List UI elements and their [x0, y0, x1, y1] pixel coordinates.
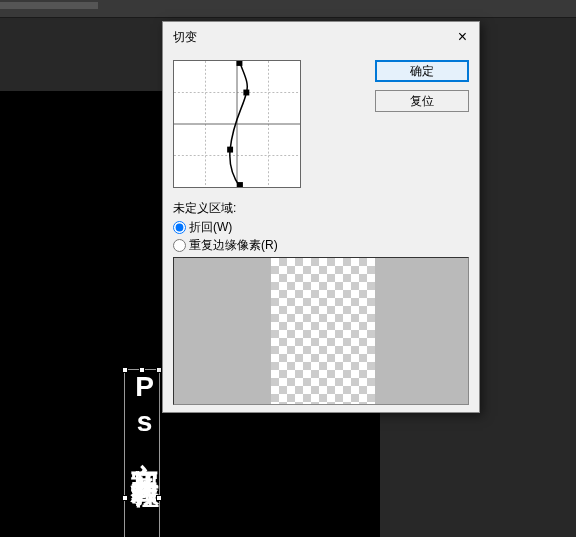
close-icon[interactable]: × — [456, 28, 469, 46]
radio-wrap-input[interactable] — [173, 221, 186, 234]
transform-handle[interactable] — [122, 367, 128, 373]
radio-wrap[interactable]: 折回(W) — [173, 219, 278, 236]
radio-repeat[interactable]: 重复边缘像素(R) — [173, 237, 278, 254]
app-top-bar — [0, 0, 576, 18]
curve-handle[interactable] — [237, 182, 243, 187]
dialog-title: 切变 — [173, 29, 197, 46]
radio-repeat-label: 重复边缘像素(R) — [189, 237, 278, 254]
dialog-buttons: 确定 复位 — [375, 60, 469, 112]
radio-repeat-input[interactable] — [173, 239, 186, 252]
curve-handle[interactable] — [227, 147, 233, 153]
transform-handle[interactable] — [156, 495, 162, 501]
reset-button[interactable]: 复位 — [375, 90, 469, 112]
preview-panel — [173, 257, 469, 405]
shear-grid-svg — [174, 61, 300, 187]
transform-handle[interactable] — [122, 495, 128, 501]
ok-button[interactable]: 确定 — [375, 60, 469, 82]
curve-handle[interactable] — [237, 61, 243, 66]
top-bar-segment — [0, 2, 98, 9]
group-label: 未定义区域: — [173, 200, 278, 217]
radio-wrap-label: 折回(W) — [189, 219, 232, 236]
vertical-text-layer: Ps文字扭曲教程 — [130, 371, 158, 465]
shear-dialog: 切变 × 未定义区域: 折回(W) 重复边缘像素(R) 确定 — [162, 21, 480, 413]
curve-handle[interactable] — [243, 90, 249, 96]
dialog-title-bar[interactable]: 切变 × — [163, 22, 479, 52]
shear-curve-editor[interactable] — [173, 60, 301, 188]
undefined-area-group: 未定义区域: 折回(W) 重复边缘像素(R) — [173, 200, 278, 254]
preview-transparency-checker — [271, 258, 375, 404]
